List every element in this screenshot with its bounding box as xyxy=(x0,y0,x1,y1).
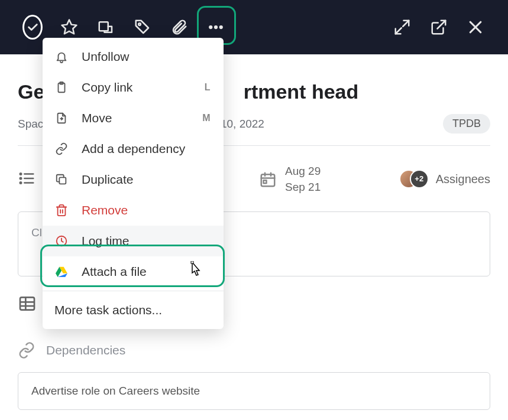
table-icon xyxy=(18,294,37,313)
duplicate-icon xyxy=(54,172,69,187)
tag-icon xyxy=(134,18,151,36)
svg-point-3 xyxy=(209,26,212,29)
bell-icon xyxy=(54,50,69,64)
ellipsis-icon xyxy=(207,18,225,36)
assignee-extra-count: +2 xyxy=(410,170,429,188)
svg-marker-0 xyxy=(62,20,77,34)
open-external-button[interactable] xyxy=(429,17,449,37)
tag-button[interactable] xyxy=(132,17,153,37)
assignees-button[interactable]: +2 Assignees xyxy=(399,170,490,190)
hierarchy-icon xyxy=(97,18,115,36)
google-drive-icon xyxy=(54,265,69,279)
svg-point-4 xyxy=(215,26,218,29)
menu-shortcut: L xyxy=(205,82,211,93)
svg-point-2 xyxy=(138,23,141,25)
link-icon xyxy=(18,341,35,359)
close-icon xyxy=(467,18,484,36)
menu-item-attach-file[interactable]: Attach a file xyxy=(43,256,224,287)
menu-item-add-dependency[interactable]: Add a dependency xyxy=(43,134,224,164)
svg-rect-1 xyxy=(99,22,108,31)
svg-point-15 xyxy=(20,182,22,184)
tag-badge[interactable]: TPDB xyxy=(443,114,490,134)
menu-label: Log time xyxy=(82,234,130,248)
task-title-text-2: rtment head xyxy=(244,80,359,103)
menu-label: Attach a file xyxy=(82,265,147,279)
svg-line-6 xyxy=(403,21,409,27)
external-link-icon xyxy=(430,18,448,36)
date-range-button[interactable]: Aug 29 Sep 21 xyxy=(259,164,321,195)
menu-label: Remove xyxy=(82,203,128,217)
expand-icon xyxy=(393,18,411,36)
attachment-button[interactable] xyxy=(169,17,189,37)
list-icon xyxy=(18,170,35,187)
more-actions-menu: Unfollow Copy link L Move M Add a depend… xyxy=(43,38,224,329)
toolbar-left-group xyxy=(22,17,226,37)
menu-label: More task actions... xyxy=(54,303,162,317)
menu-label: Add a dependency xyxy=(82,142,185,156)
more-actions-button[interactable] xyxy=(206,17,226,37)
svg-point-11 xyxy=(20,173,22,175)
subtask-list-button[interactable] xyxy=(18,170,35,190)
paperclip-icon xyxy=(170,18,188,36)
dependency-item[interactable]: Advertise role on Careers website xyxy=(18,372,490,410)
assignees-label: Assignees xyxy=(436,172,490,186)
menu-shortcut: M xyxy=(202,113,211,123)
menu-item-unfollow[interactable]: Unfollow xyxy=(43,41,224,72)
hierarchy-button[interactable] xyxy=(96,17,116,37)
svg-rect-21 xyxy=(264,180,267,183)
menu-label: Unfollow xyxy=(82,50,130,64)
menu-item-remove[interactable]: Remove xyxy=(43,195,224,226)
svg-line-7 xyxy=(396,28,402,34)
svg-point-5 xyxy=(219,26,222,29)
end-date: Sep 21 xyxy=(285,180,321,196)
check-circle-icon xyxy=(22,15,43,40)
menu-label: Duplicate xyxy=(82,172,134,187)
clock-icon xyxy=(54,234,69,248)
star-button[interactable] xyxy=(59,17,79,37)
menu-separator xyxy=(43,291,224,291)
svg-rect-28 xyxy=(59,177,66,184)
svg-line-8 xyxy=(438,21,446,29)
dependency-item-text: Advertise role on Careers website xyxy=(31,385,200,397)
start-date: Aug 29 xyxy=(285,164,321,180)
svg-rect-22 xyxy=(20,298,34,310)
calendar-icon xyxy=(259,171,277,188)
menu-item-copy-link[interactable]: Copy link L xyxy=(43,72,224,103)
menu-item-move[interactable]: Move M xyxy=(43,103,224,134)
chain-link-icon xyxy=(54,142,69,156)
avatar-stack: +2 xyxy=(399,170,429,190)
menu-label: Move xyxy=(82,111,112,125)
clipboard-icon xyxy=(54,80,69,95)
dependencies-section-header[interactable]: Dependencies xyxy=(18,341,490,359)
trash-icon xyxy=(54,203,69,217)
menu-item-duplicate[interactable]: Duplicate xyxy=(43,164,224,195)
menu-item-log-time[interactable]: Log time xyxy=(43,226,224,256)
close-button[interactable] xyxy=(465,17,486,37)
move-file-icon xyxy=(54,111,69,125)
dependencies-label: Dependencies xyxy=(46,343,125,357)
star-icon xyxy=(60,18,78,36)
menu-item-more-actions[interactable]: More task actions... xyxy=(43,295,224,325)
complete-task-button[interactable] xyxy=(22,17,43,37)
expand-button[interactable] xyxy=(392,17,412,37)
toolbar-right-group xyxy=(392,17,486,37)
svg-point-13 xyxy=(20,177,22,179)
menu-label: Copy link xyxy=(82,80,132,95)
